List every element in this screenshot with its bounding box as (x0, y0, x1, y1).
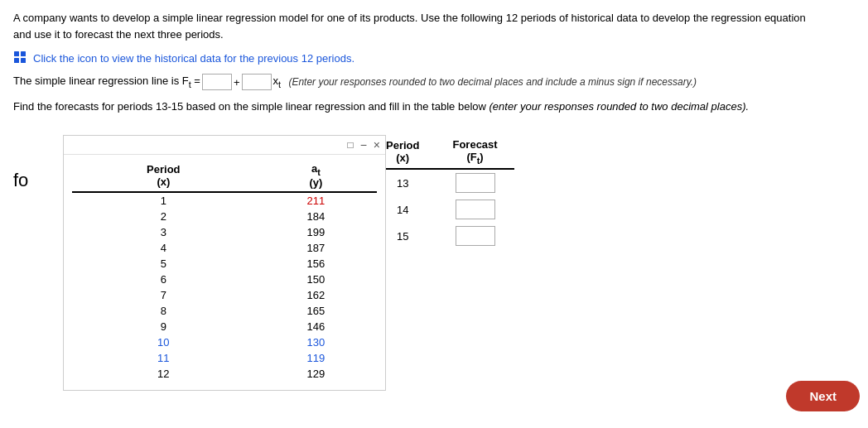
col-period-header: Period(x) (72, 160, 255, 193)
forecast-ft-cell[interactable] (436, 223, 514, 249)
minimize-button[interactable]: − (360, 139, 367, 151)
table-row: 1211 (72, 192, 377, 209)
regression-hint: (Enter your responses rounded to two dec… (286, 76, 697, 88)
forecast-instruction-text: Find the forecasts for periods 13-15 bas… (13, 100, 486, 113)
forecast-instruction: Find the forecasts for periods 13-15 bas… (13, 99, 825, 115)
period-cell: 12 (72, 366, 255, 382)
table-row: 10130 (72, 334, 377, 350)
forecast-row: 15 (369, 223, 514, 249)
table-row: 12129 (72, 366, 377, 382)
forecast-instruction-italic: (enter your responses rounded to two dec… (489, 100, 750, 113)
content-area: fo □ − × Period(x) at(y) (13, 127, 855, 392)
intro-text: A company wants to develop a simple line… (13, 10, 825, 42)
svg-rect-1 (21, 51, 26, 56)
forecast-ft-header: Forecast(Ft) (436, 135, 514, 170)
table-row: 2184 (72, 209, 377, 224)
table-row: 8165 (72, 303, 377, 319)
at-cell: 187 (255, 240, 377, 256)
period-cell: 4 (72, 240, 255, 256)
popup-titlebar: □ − × (64, 136, 385, 155)
forecast-table: Period(x) Forecast(Ft) 131415 (369, 135, 514, 250)
regression-plus: + (234, 76, 240, 89)
grid-icon[interactable] (13, 50, 28, 65)
close-button[interactable]: × (374, 139, 380, 151)
period-cell: 1 (72, 192, 255, 209)
at-cell: 130 (255, 334, 377, 350)
forecast-row: 14 (369, 196, 514, 223)
table-row: 11119 (72, 350, 377, 366)
period-cell: 9 (72, 319, 255, 334)
forecast-input[interactable] (456, 173, 495, 193)
fo-label: fo (13, 170, 28, 191)
table-row: 7162 (72, 287, 377, 303)
forecast-table-area: Period(x) Forecast(Ft) 131415 (369, 135, 514, 392)
click-instruction-text: Click the icon to view the historical da… (33, 52, 354, 65)
regression-formula-row: The simple linear regression line is Ft … (13, 74, 855, 90)
at-cell: 156 (255, 256, 377, 272)
period-cell: 11 (72, 350, 255, 366)
at-cell: 162 (255, 287, 377, 303)
forecast-input[interactable] (456, 226, 495, 246)
click-instruction-row: Click the icon to view the historical da… (13, 50, 855, 65)
period-cell: 2 (72, 209, 255, 224)
period-cell: 8 (72, 303, 255, 319)
period-cell: 5 (72, 256, 255, 272)
at-cell: 211 (255, 192, 377, 209)
regression-input-b[interactable] (242, 74, 272, 90)
forecast-ft-cell[interactable] (436, 196, 514, 223)
at-cell: 199 (255, 224, 377, 240)
intro-paragraph: A company wants to develop a simple line… (13, 12, 806, 41)
forecast-row: 13 (369, 169, 514, 196)
col-at-header: at(y) (255, 160, 377, 193)
at-cell: 165 (255, 303, 377, 319)
popup-table-container: Period(x) at(y) 121121843199418751566150… (64, 155, 385, 391)
period-cell: 3 (72, 224, 255, 240)
table-row: 5156 (72, 256, 377, 272)
period-cell: 7 (72, 287, 255, 303)
popup-area: fo □ − × Period(x) at(y) (13, 127, 353, 392)
svg-rect-2 (14, 58, 19, 63)
next-button[interactable]: Next (786, 381, 860, 411)
period-cell: 6 (72, 272, 255, 287)
at-cell: 184 (255, 209, 377, 224)
regression-input-a[interactable] (202, 74, 232, 90)
table-row: 6150 (72, 272, 377, 287)
main-content: A company wants to develop a simple line… (0, 0, 868, 402)
svg-rect-3 (21, 58, 26, 63)
table-row: 9146 (72, 319, 377, 334)
table-row: 3199 (72, 224, 377, 240)
historical-data-table: Period(x) at(y) 121121843199418751566150… (72, 160, 377, 382)
regression-prefix: The simple linear regression line is Ft … (13, 75, 200, 89)
popup-window: □ − × Period(x) at(y) 1211218431994187 (63, 135, 386, 392)
forecast-input[interactable] (456, 200, 495, 219)
at-cell: 150 (255, 272, 377, 287)
at-cell: 146 (255, 319, 377, 334)
svg-rect-0 (14, 51, 19, 56)
at-cell: 119 (255, 350, 377, 366)
restore-icon: □ (347, 139, 353, 151)
period-cell: 10 (72, 334, 255, 350)
regression-x: xt (273, 75, 282, 89)
at-cell: 129 (255, 366, 377, 382)
table-row: 4187 (72, 240, 377, 256)
forecast-ft-cell[interactable] (436, 169, 514, 196)
